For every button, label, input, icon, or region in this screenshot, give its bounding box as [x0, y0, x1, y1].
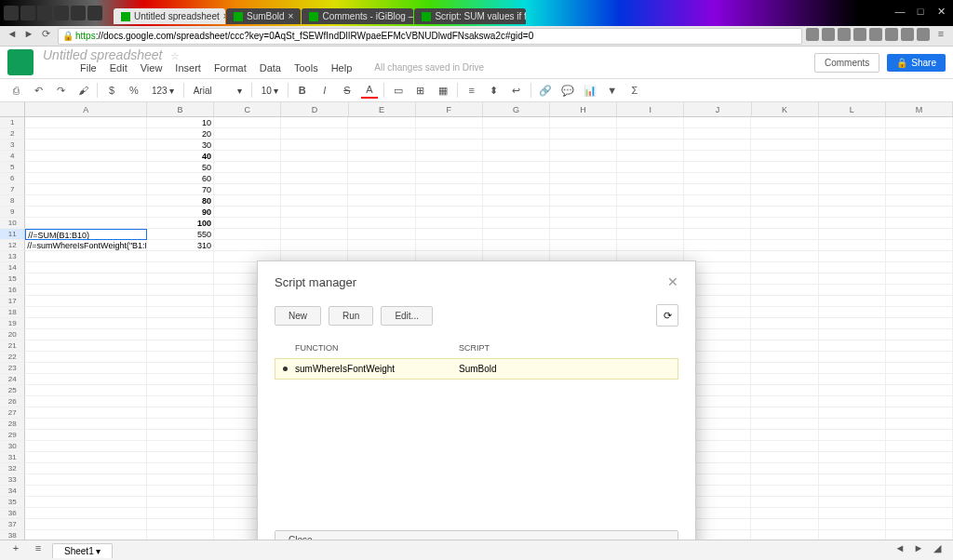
add-sheet-button[interactable]: + [7, 542, 24, 559]
cell[interactable] [281, 184, 348, 195]
os-icon[interactable] [37, 6, 52, 20]
cell[interactable] [147, 508, 214, 519]
cell[interactable] [25, 218, 147, 229]
cell[interactable] [751, 430, 818, 441]
extension-icon[interactable] [917, 28, 930, 41]
menu-edit[interactable]: Edit [110, 62, 128, 73]
cell[interactable] [147, 430, 214, 441]
row-header[interactable]: 23 [0, 363, 25, 374]
cell[interactable] [281, 151, 348, 162]
cell[interactable] [25, 352, 147, 363]
cell[interactable] [617, 218, 684, 229]
cell[interactable] [819, 352, 886, 363]
text-color-icon[interactable]: A [361, 82, 378, 99]
cell[interactable] [214, 151, 281, 162]
cell[interactable] [751, 162, 818, 173]
row-header[interactable]: 21 [0, 340, 25, 352]
cell[interactable] [214, 229, 281, 240]
cell[interactable] [214, 128, 281, 140]
percent-icon[interactable]: % [126, 82, 142, 99]
cell[interactable]: 70 [147, 184, 214, 195]
cell[interactable] [25, 374, 147, 385]
cell[interactable] [550, 140, 617, 151]
cell[interactable] [886, 262, 953, 273]
cell[interactable] [684, 117, 751, 128]
cell[interactable] [25, 173, 147, 184]
cell[interactable] [684, 195, 751, 207]
row-header[interactable]: 25 [0, 385, 25, 396]
cell[interactable] [483, 173, 550, 184]
cell[interactable] [886, 184, 953, 195]
cell[interactable] [147, 296, 214, 307]
cell[interactable] [886, 430, 953, 441]
cell[interactable] [819, 419, 886, 430]
link-icon[interactable]: 🔗 [537, 82, 554, 99]
cell[interactable] [214, 173, 281, 184]
row-header[interactable]: 7 [0, 184, 25, 195]
cell[interactable] [819, 128, 886, 140]
edit-button[interactable]: Edit... [381, 306, 433, 326]
cell[interactable] [886, 296, 953, 307]
cell[interactable] [684, 140, 751, 151]
cell[interactable] [348, 240, 415, 251]
cell[interactable] [819, 218, 886, 229]
cell[interactable] [147, 307, 214, 318]
cell[interactable] [751, 385, 818, 396]
cell[interactable] [416, 229, 483, 240]
column-header[interactable]: K [752, 102, 819, 116]
cell[interactable] [25, 363, 147, 374]
row-header[interactable]: 35 [0, 497, 25, 508]
cell[interactable] [886, 396, 953, 407]
cell[interactable] [147, 273, 214, 285]
cell[interactable] [819, 463, 886, 474]
os-icon[interactable] [4, 6, 19, 20]
cell[interactable] [751, 285, 818, 296]
close-tab-icon[interactable]: × [289, 11, 294, 21]
cell[interactable] [617, 184, 684, 195]
cell[interactable] [886, 162, 953, 173]
row-header[interactable]: 1 [0, 117, 25, 128]
cell[interactable] [483, 207, 550, 218]
cell[interactable] [617, 162, 684, 173]
cell[interactable] [25, 396, 147, 407]
cell[interactable] [550, 173, 617, 184]
cell[interactable] [886, 474, 953, 486]
cell[interactable] [819, 340, 886, 352]
cell[interactable] [416, 173, 483, 184]
cell[interactable] [886, 441, 953, 452]
cell[interactable] [819, 285, 886, 296]
cell[interactable] [483, 195, 550, 207]
row-header[interactable]: 2 [0, 128, 25, 140]
cell[interactable] [25, 162, 147, 173]
row-header[interactable]: 31 [0, 452, 25, 463]
select-all-corner[interactable] [0, 102, 25, 116]
cell[interactable] [819, 385, 886, 396]
cell[interactable] [550, 151, 617, 162]
browser-tab[interactable]: Script: SUM values if font × [414, 8, 526, 24]
comments-button[interactable]: Comments [814, 53, 879, 73]
row-header[interactable]: 15 [0, 273, 25, 285]
cell[interactable] [751, 396, 818, 407]
cell[interactable] [886, 374, 953, 385]
row-header[interactable]: 29 [0, 430, 25, 441]
cell[interactable] [819, 407, 886, 419]
row-header[interactable]: 5 [0, 162, 25, 173]
cell[interactable] [751, 262, 818, 273]
cell[interactable] [550, 195, 617, 207]
cell[interactable] [617, 140, 684, 151]
cell[interactable] [886, 117, 953, 128]
cell[interactable] [281, 173, 348, 184]
cell[interactable] [214, 117, 281, 128]
scroll-left-icon[interactable]: ◄ [892, 542, 908, 559]
row-header[interactable]: 12 [0, 240, 25, 251]
cell[interactable] [886, 486, 953, 497]
cell[interactable] [684, 173, 751, 184]
cell[interactable] [684, 229, 751, 240]
row-header[interactable]: 33 [0, 474, 25, 486]
cell[interactable] [25, 474, 147, 486]
undo-icon[interactable]: ↶ [30, 82, 47, 99]
italic-icon[interactable]: I [316, 82, 333, 99]
cell[interactable] [751, 508, 818, 519]
cell[interactable] [886, 419, 953, 430]
cell[interactable] [348, 128, 415, 140]
